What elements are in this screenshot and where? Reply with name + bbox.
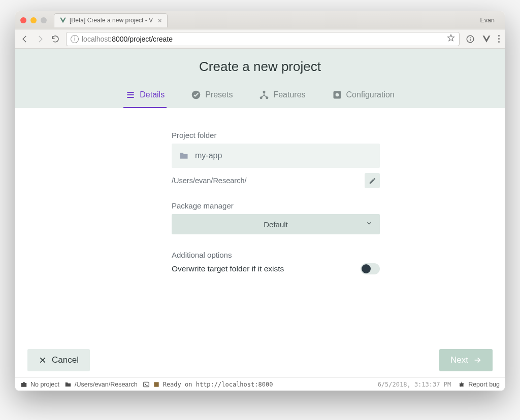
page-content: Create a new project Details Presets (15, 49, 505, 391)
svg-rect-2 (470, 39, 471, 41)
tab-features[interactable]: Features (257, 85, 307, 108)
gear-box-icon (332, 90, 342, 100)
tab-configuration[interactable]: Configuration (330, 85, 397, 108)
nodes-icon (259, 90, 269, 100)
close-window-button[interactable] (20, 17, 26, 23)
pencil-icon (369, 177, 376, 185)
tab-label: Details (140, 90, 165, 99)
window-titlebar: [Beta] Create a new project - V × Evan (15, 11, 505, 29)
step-tabs: Details Presets Features (15, 85, 505, 108)
vue-icon (59, 17, 67, 24)
list-icon (125, 90, 136, 100)
terminal-icon (143, 381, 150, 388)
additional-options-label: Additional options (172, 251, 380, 259)
svg-point-8 (335, 93, 339, 97)
close-tab-icon[interactable]: × (158, 17, 162, 24)
svg-rect-1 (470, 37, 471, 38)
project-folder-input[interactable]: my-app (172, 144, 380, 168)
tab-title: [Beta] Create a new project - V (70, 17, 153, 24)
edit-path-button[interactable] (365, 173, 380, 188)
status-ready-text: Ready on http://localhost:8000 (163, 381, 273, 388)
tab-presets[interactable]: Presets (189, 85, 235, 108)
status-bar: No project /Users/evan/Research Ready on… (15, 377, 505, 391)
status-cwd-text: /Users/evan/Research (75, 381, 138, 388)
svg-rect-9 (143, 382, 149, 387)
url-text: localhost:8000/project/create (82, 35, 173, 43)
check-circle-icon (191, 90, 201, 100)
svg-rect-10 (154, 382, 158, 387)
toggle-knob (362, 264, 371, 273)
chevron-down-icon (366, 220, 373, 229)
cancel-button[interactable]: Cancel (27, 349, 90, 371)
tab-label: Configuration (346, 90, 395, 99)
toolbar-right (466, 34, 500, 44)
tab-details[interactable]: Details (123, 85, 167, 108)
overwrite-toggle[interactable] (361, 263, 380, 274)
address-bar: i localhost:8000/project/create (15, 29, 505, 49)
status-cwd[interactable]: /Users/evan/Research (64, 381, 138, 388)
close-icon (39, 356, 47, 364)
arrow-right-icon (473, 356, 481, 364)
package-manager-label: Package manager (172, 201, 380, 210)
cancel-label: Cancel (52, 355, 79, 365)
next-button[interactable]: Next (439, 349, 493, 371)
tab-label: Features (273, 90, 305, 99)
page-title: Create a new project (15, 59, 505, 75)
status-no-project: No project (30, 381, 59, 388)
folder-icon (64, 381, 72, 388)
report-bug-label: Report bug (468, 381, 500, 388)
bug-icon (458, 381, 465, 388)
package-manager-value: Default (264, 220, 288, 229)
form-area: Project folder my-app /Users/evan/Resear… (15, 108, 505, 349)
profile-name[interactable]: Evan (480, 17, 500, 24)
overwrite-option-label: Overwrite target folder if it exists (172, 264, 361, 273)
url-input[interactable]: i localhost:8000/project/create (66, 32, 460, 46)
badge-icon (153, 381, 160, 388)
status-timestamp: 6/5/2018, 3:13:37 PM (378, 381, 451, 388)
site-info-icon[interactable]: i (71, 35, 79, 43)
vue-extension-icon[interactable] (482, 34, 491, 44)
minimize-window-button[interactable] (30, 17, 37, 23)
report-bug-button[interactable]: Report bug (458, 381, 500, 388)
project-folder-value: my-app (195, 151, 222, 160)
project-path-text: /Users/evan/Research/ (172, 177, 360, 185)
reload-button[interactable] (51, 34, 60, 44)
tab-label: Presets (205, 90, 233, 99)
menu-icon[interactable] (498, 35, 500, 43)
status-log[interactable]: Ready on http://localhost:8000 (143, 381, 273, 388)
back-button[interactable] (20, 34, 29, 44)
page-header: Create a new project Details Presets (15, 49, 505, 108)
briefcase-icon (20, 381, 27, 388)
next-label: Next (450, 355, 468, 365)
folder-icon (179, 151, 189, 161)
maximize-window-button[interactable] (41, 17, 47, 23)
action-bar: Cancel Next (15, 349, 505, 377)
browser-tab[interactable]: [Beta] Create a new project - V × (54, 13, 168, 27)
forward-button[interactable] (36, 34, 45, 44)
browser-window: [Beta] Create a new project - V × Evan i… (15, 11, 505, 391)
window-controls (20, 17, 47, 23)
project-folder-label: Project folder (172, 131, 380, 139)
bookmark-icon[interactable] (447, 34, 455, 44)
svg-point-4 (263, 91, 266, 93)
status-project[interactable]: No project (20, 381, 59, 388)
extension-icon[interactable] (466, 34, 475, 44)
package-manager-select[interactable]: Default (172, 214, 380, 234)
